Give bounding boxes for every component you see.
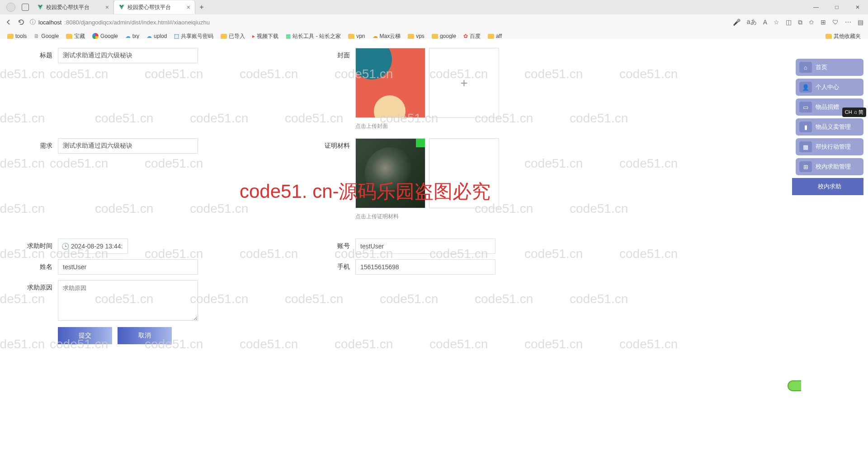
voice-icon[interactable]: 🎤 [733,19,741,26]
back-button[interactable] [5,18,13,26]
info-icon[interactable]: ⓘ [30,18,36,26]
vue-icon [37,4,43,10]
name-label: 姓名 [0,259,58,271]
close-window-button[interactable]: ✕ [847,0,868,14]
time-label: 求助时间 [0,239,58,250]
chart-icon: ▮ [799,122,812,132]
submit-button[interactable]: 提交 [58,327,112,344]
folder-icon [66,34,72,39]
clock-icon: 🕒 [61,243,69,250]
tab-strip: 校园爱心帮扶平台 × 校园爱心帮扶平台 × + — □ ✕ [0,0,868,14]
tab-title: 校园爱心帮扶平台 [127,4,171,11]
profile-icon[interactable] [6,3,15,12]
cancel-button[interactable]: 取消 [118,327,172,344]
person-icon: 👤 [799,82,812,93]
proof-thumbnail[interactable] [355,138,425,208]
folder-icon [348,34,354,39]
phone-input[interactable] [355,259,495,275]
shield-icon[interactable]: 🛡 [832,19,839,26]
calendar-icon: ▦ [799,141,812,152]
star-icon[interactable]: ☆ [774,19,779,26]
account-input[interactable] [355,239,495,254]
account-label: 账号 [316,239,355,250]
new-tab-button[interactable]: + [195,3,208,11]
folder-icon [7,34,14,39]
ime-badge: CH ♫ 简 [842,108,866,117]
split-icon[interactable]: ⧉ [798,19,802,26]
sidepanel-icon[interactable]: ▤ [858,19,863,26]
sidebar-item-help-mgmt[interactable]: ⊞校内求助管理 [796,158,863,175]
folder-icon [408,34,414,39]
favorites-icon[interactable]: ✩ [809,19,814,26]
refresh-button[interactable] [17,18,25,26]
translate-icon[interactable]: aあ [747,18,757,26]
google-icon [92,33,99,39]
folder-icon [432,34,438,39]
phone-label: 手机 [316,259,355,271]
home-icon: ⌂ [799,62,812,73]
sidebar-item-assist[interactable]: ▦帮扶行动管理 [796,138,863,155]
grid-icon: ⊞ [799,161,812,172]
proof-upload-button[interactable] [429,138,499,208]
folder-icon [221,34,227,39]
assistant-blob[interactable] [788,380,801,391]
tab-title: 校园爱心帮扶平台 [46,4,90,11]
proof-hint: 点击上传证明材料 [355,213,499,220]
address-bar: ⓘ localhost:8080/djangodiqcx/admin/dist/… [0,14,868,30]
vue-icon [118,4,125,10]
sidebar-item-profile[interactable]: 👤个人中心 [796,79,863,96]
browser-chrome: 校园爱心帮扶平台 × 校园爱心帮扶平台 × + — □ ✕ ⓘ localhos… [0,0,868,39]
sidebar-item-sale[interactable]: ▮物品义卖管理 [796,118,863,136]
url-host: localhost [38,19,61,26]
close-icon[interactable]: × [187,4,190,11]
folder-icon [488,34,494,39]
cover-upload-button[interactable]: + [429,48,499,118]
cover-hint: 点击上传封面 [355,122,499,130]
cover-thumbnail[interactable] [355,48,425,118]
browser-tab-active[interactable]: 校园爱心帮扶平台 × [114,0,195,14]
reason-label: 求助原因 [0,280,58,292]
close-icon[interactable]: × [105,4,109,11]
folder-icon [826,34,832,39]
reason-textarea[interactable] [58,280,198,321]
name-input[interactable] [58,259,198,275]
sidebar-item-home[interactable]: ⌂首页 [796,59,863,76]
cover-label: 封面 [316,48,355,60]
box-icon: ▭ [799,102,812,112]
proof-label: 证明材料 [316,138,355,150]
extensions-icon[interactable]: ◫ [786,19,792,26]
title-input[interactable] [58,48,198,63]
title-label: 标题 [0,48,58,60]
sidebar-nav: ⌂首页 👤个人中心 ▭物品捐赠 ▮物品义卖管理 ▦帮扶行动管理 ⊞校内求助管理 … [796,59,863,198]
browser-tab[interactable]: 校园爱心帮扶平台 × [33,0,114,14]
url-path: :8080/djangodiqcx/admin/dist/index.html#… [64,19,210,26]
url-input[interactable]: ⓘ localhost:8080/djangodiqcx/admin/dist/… [30,18,728,26]
need-label: 需求 [0,138,58,150]
sidebar-item-active[interactable]: 校内求助 [792,178,863,195]
read-aloud-icon[interactable]: A [763,19,767,26]
page-content: 标题 封面 + 点击上传封面 需求 证明材料 [0,39,868,468]
need-input[interactable] [58,138,198,154]
minimize-button[interactable]: — [806,0,826,14]
more-icon[interactable]: ⋯ [845,19,851,26]
tabview-icon[interactable] [22,4,29,11]
maximize-button[interactable]: □ [826,0,847,14]
collections-icon[interactable]: ⊞ [821,19,826,26]
